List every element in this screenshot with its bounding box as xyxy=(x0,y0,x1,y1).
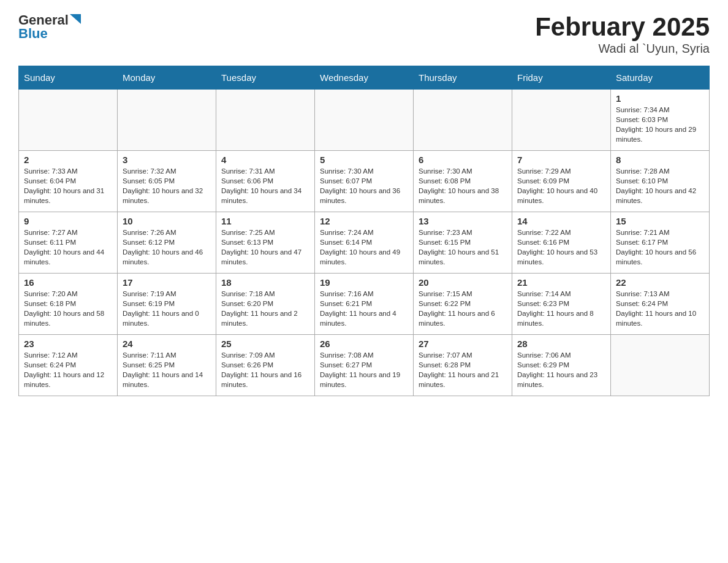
day-info: Sunrise: 7:07 AMSunset: 6:28 PMDaylight:… xyxy=(419,350,507,389)
day-number: 3 xyxy=(123,155,211,165)
day-info: Sunrise: 7:28 AMSunset: 6:10 PMDaylight:… xyxy=(616,166,704,205)
day-number: 13 xyxy=(419,216,507,226)
page-subtitle: Wadi al `Uyun, Syria xyxy=(535,42,710,56)
day-number: 28 xyxy=(517,339,605,349)
day-info: Sunrise: 7:20 AMSunset: 6:18 PMDaylight:… xyxy=(24,289,112,328)
calendar-cell xyxy=(19,90,118,151)
calendar-week-row: 2Sunrise: 7:33 AMSunset: 6:04 PMDaylight… xyxy=(19,151,710,212)
calendar-cell: 9Sunrise: 7:27 AMSunset: 6:11 PMDaylight… xyxy=(19,212,118,274)
day-number: 6 xyxy=(419,155,507,165)
day-number: 10 xyxy=(123,216,211,226)
day-info: Sunrise: 7:32 AMSunset: 6:05 PMDaylight:… xyxy=(123,166,211,205)
weekday-header-tuesday: Tuesday xyxy=(216,66,315,90)
calendar-cell: 18Sunrise: 7:18 AMSunset: 6:20 PMDayligh… xyxy=(216,274,315,335)
calendar-cell xyxy=(611,335,710,396)
calendar-cell: 6Sunrise: 7:30 AMSunset: 6:08 PMDaylight… xyxy=(414,151,512,212)
weekday-header-thursday: Thursday xyxy=(414,66,512,90)
calendar-cell: 1Sunrise: 7:34 AMSunset: 6:03 PMDaylight… xyxy=(611,90,710,151)
day-info: Sunrise: 7:12 AMSunset: 6:24 PMDaylight:… xyxy=(24,350,112,389)
day-number: 7 xyxy=(517,155,605,165)
day-number: 14 xyxy=(517,216,605,226)
weekday-header-row: SundayMondayTuesdayWednesdayThursdayFrid… xyxy=(19,66,710,90)
day-number: 9 xyxy=(24,216,112,226)
calendar-cell: 7Sunrise: 7:29 AMSunset: 6:09 PMDaylight… xyxy=(512,151,611,212)
day-info: Sunrise: 7:06 AMSunset: 6:29 PMDaylight:… xyxy=(517,350,605,389)
calendar-cell: 4Sunrise: 7:31 AMSunset: 6:06 PMDaylight… xyxy=(216,151,315,212)
day-info: Sunrise: 7:13 AMSunset: 6:24 PMDaylight:… xyxy=(616,289,704,328)
day-number: 24 xyxy=(123,339,211,349)
calendar-cell: 3Sunrise: 7:32 AMSunset: 6:05 PMDaylight… xyxy=(118,151,216,212)
calendar-cell: 27Sunrise: 7:07 AMSunset: 6:28 PMDayligh… xyxy=(414,335,512,396)
calendar-table: SundayMondayTuesdayWednesdayThursdayFrid… xyxy=(18,66,710,396)
calendar-week-row: 1Sunrise: 7:34 AMSunset: 6:03 PMDaylight… xyxy=(19,90,710,151)
weekday-header-saturday: Saturday xyxy=(611,66,710,90)
calendar-cell: 14Sunrise: 7:22 AMSunset: 6:16 PMDayligh… xyxy=(512,212,611,274)
day-info: Sunrise: 7:21 AMSunset: 6:17 PMDaylight:… xyxy=(616,228,704,267)
calendar-cell: 19Sunrise: 7:16 AMSunset: 6:21 PMDayligh… xyxy=(315,274,414,335)
logo-blue: Blue xyxy=(18,26,48,42)
day-info: Sunrise: 7:23 AMSunset: 6:15 PMDaylight:… xyxy=(419,228,507,267)
day-number: 16 xyxy=(24,277,112,288)
day-info: Sunrise: 7:25 AMSunset: 6:13 PMDaylight:… xyxy=(221,228,309,267)
title-block: February 2025 Wadi al `Uyun, Syria xyxy=(535,12,710,56)
logo-triangle-icon xyxy=(70,14,81,24)
calendar-cell: 11Sunrise: 7:25 AMSunset: 6:13 PMDayligh… xyxy=(216,212,315,274)
calendar-cell: 2Sunrise: 7:33 AMSunset: 6:04 PMDaylight… xyxy=(19,151,118,212)
day-info: Sunrise: 7:33 AMSunset: 6:04 PMDaylight:… xyxy=(24,166,112,205)
weekday-header-sunday: Sunday xyxy=(19,66,118,90)
day-number: 20 xyxy=(419,277,507,288)
day-number: 15 xyxy=(616,216,704,226)
logo: General Blue xyxy=(18,12,81,42)
calendar-header: SundayMondayTuesdayWednesdayThursdayFrid… xyxy=(19,66,710,90)
calendar-cell: 5Sunrise: 7:30 AMSunset: 6:07 PMDaylight… xyxy=(315,151,414,212)
calendar-cell: 17Sunrise: 7:19 AMSunset: 6:19 PMDayligh… xyxy=(118,274,216,335)
weekday-header-wednesday: Wednesday xyxy=(315,66,414,90)
calendar-cell: 24Sunrise: 7:11 AMSunset: 6:25 PMDayligh… xyxy=(118,335,216,396)
weekday-header-monday: Monday xyxy=(118,66,216,90)
calendar-cell: 12Sunrise: 7:24 AMSunset: 6:14 PMDayligh… xyxy=(315,212,414,274)
calendar-week-row: 23Sunrise: 7:12 AMSunset: 6:24 PMDayligh… xyxy=(19,335,710,396)
day-info: Sunrise: 7:27 AMSunset: 6:11 PMDaylight:… xyxy=(24,228,112,267)
calendar-cell: 10Sunrise: 7:26 AMSunset: 6:12 PMDayligh… xyxy=(118,212,216,274)
calendar-cell xyxy=(315,90,414,151)
calendar-cell: 22Sunrise: 7:13 AMSunset: 6:24 PMDayligh… xyxy=(611,274,710,335)
day-info: Sunrise: 7:30 AMSunset: 6:07 PMDaylight:… xyxy=(320,166,408,205)
calendar-week-row: 16Sunrise: 7:20 AMSunset: 6:18 PMDayligh… xyxy=(19,274,710,335)
day-number: 5 xyxy=(320,155,408,165)
day-info: Sunrise: 7:34 AMSunset: 6:03 PMDaylight:… xyxy=(616,105,704,144)
day-info: Sunrise: 7:15 AMSunset: 6:22 PMDaylight:… xyxy=(419,289,507,328)
day-info: Sunrise: 7:14 AMSunset: 6:23 PMDaylight:… xyxy=(517,289,605,328)
day-info: Sunrise: 7:11 AMSunset: 6:25 PMDaylight:… xyxy=(123,350,211,389)
day-info: Sunrise: 7:08 AMSunset: 6:27 PMDaylight:… xyxy=(320,350,408,389)
day-info: Sunrise: 7:19 AMSunset: 6:19 PMDaylight:… xyxy=(123,289,211,328)
calendar-cell xyxy=(118,90,216,151)
page-header: General Blue February 2025 Wadi al `Uyun… xyxy=(18,12,710,56)
day-number: 11 xyxy=(221,216,309,226)
day-number: 27 xyxy=(419,339,507,349)
calendar-body: 1Sunrise: 7:34 AMSunset: 6:03 PMDaylight… xyxy=(19,90,710,396)
day-number: 4 xyxy=(221,155,309,165)
calendar-cell: 25Sunrise: 7:09 AMSunset: 6:26 PMDayligh… xyxy=(216,335,315,396)
day-info: Sunrise: 7:16 AMSunset: 6:21 PMDaylight:… xyxy=(320,289,408,328)
calendar-cell: 26Sunrise: 7:08 AMSunset: 6:27 PMDayligh… xyxy=(315,335,414,396)
day-number: 2 xyxy=(24,155,112,165)
calendar-cell: 20Sunrise: 7:15 AMSunset: 6:22 PMDayligh… xyxy=(414,274,512,335)
day-number: 19 xyxy=(320,277,408,288)
svg-marker-0 xyxy=(70,14,81,24)
day-number: 8 xyxy=(616,155,704,165)
day-number: 17 xyxy=(123,277,211,288)
day-number: 21 xyxy=(517,277,605,288)
calendar-cell: 28Sunrise: 7:06 AMSunset: 6:29 PMDayligh… xyxy=(512,335,611,396)
day-number: 26 xyxy=(320,339,408,349)
calendar-cell: 21Sunrise: 7:14 AMSunset: 6:23 PMDayligh… xyxy=(512,274,611,335)
day-number: 23 xyxy=(24,339,112,349)
calendar-cell: 16Sunrise: 7:20 AMSunset: 6:18 PMDayligh… xyxy=(19,274,118,335)
day-info: Sunrise: 7:09 AMSunset: 6:26 PMDaylight:… xyxy=(221,350,309,389)
day-number: 18 xyxy=(221,277,309,288)
calendar-week-row: 9Sunrise: 7:27 AMSunset: 6:11 PMDaylight… xyxy=(19,212,710,274)
day-number: 25 xyxy=(221,339,309,349)
page-title: February 2025 xyxy=(535,12,710,42)
weekday-header-friday: Friday xyxy=(512,66,611,90)
day-info: Sunrise: 7:18 AMSunset: 6:20 PMDaylight:… xyxy=(221,289,309,328)
calendar-cell: 8Sunrise: 7:28 AMSunset: 6:10 PMDaylight… xyxy=(611,151,710,212)
